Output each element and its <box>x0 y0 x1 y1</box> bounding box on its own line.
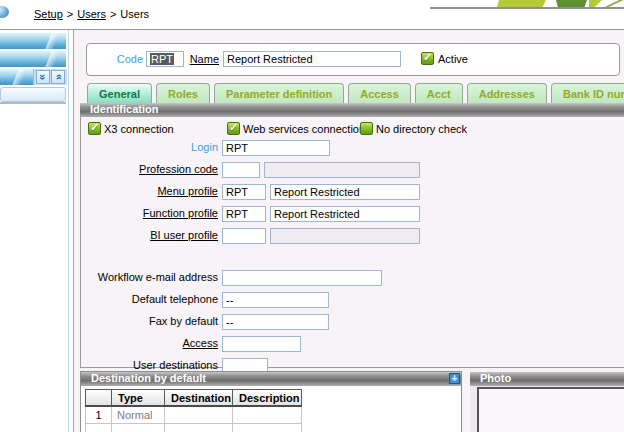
breadcrumb-bar: Setup>Users>Users <box>0 0 624 30</box>
workflow-email-field[interactable] <box>222 270 382 286</box>
grid-column-destination: Destination <box>165 389 233 407</box>
name-label-link[interactable]: Name <box>190 53 219 65</box>
sage-logo-shape-light <box>497 0 546 7</box>
login-field[interactable]: RPT <box>222 140 330 156</box>
breadcrumb-separator: > <box>110 8 116 20</box>
breadcrumb-users-link[interactable]: Users <box>77 8 106 20</box>
sage-logo-shape-dark <box>556 0 587 7</box>
sidebar-divider <box>68 30 69 432</box>
sidebar-group-bar[interactable] <box>0 87 66 102</box>
menu-profile-link[interactable]: Menu profile <box>157 185 218 197</box>
grid-column-type: Type <box>112 389 165 407</box>
double-chevron-up-icon: » <box>52 74 64 80</box>
destination-cell[interactable] <box>165 424 233 432</box>
sidebar-shadow <box>0 102 66 104</box>
row-number-cell <box>85 424 112 432</box>
logo-underline <box>430 7 624 9</box>
sidebar-menu-bar-2[interactable] <box>0 51 66 67</box>
workflow-email-label: Workflow e-mail address <box>86 270 218 286</box>
default-telephone-field[interactable]: -- <box>222 292 329 308</box>
breadcrumb: Setup>Users>Users <box>34 8 149 20</box>
check-icon: ✓ <box>229 121 238 134</box>
add-icon: + <box>452 373 458 384</box>
destination-panel-header: Destination by default <box>81 372 461 386</box>
login-label: Login <box>86 140 218 156</box>
menu-profile-field[interactable]: RPT <box>222 184 266 200</box>
grid-corner-header <box>85 389 112 407</box>
destination-cell[interactable] <box>165 407 233 424</box>
description-cell[interactable] <box>233 407 302 424</box>
fax-by-default-field[interactable]: -- <box>222 314 329 330</box>
description-cell[interactable] <box>233 424 302 432</box>
app-window: Setup>Users>Users » » Code RPT Name Repo… <box>0 0 624 432</box>
sidebar-menu-bar-1[interactable] <box>0 33 66 49</box>
web-services-checkbox[interactable]: ✓ <box>227 122 240 135</box>
tab-addresses[interactable]: Addresses <box>467 83 547 103</box>
name-label: Name <box>165 52 219 68</box>
function-profile-field[interactable]: RPT <box>222 206 266 222</box>
function-icon <box>0 6 9 18</box>
access-field[interactable] <box>222 336 301 352</box>
check-icon: ✓ <box>423 51 432 64</box>
row-number-cell: 1 <box>85 407 112 424</box>
breadcrumb-current: Users <box>120 8 149 20</box>
photo-placeholder <box>477 387 624 432</box>
sidebar-menu-bar-3[interactable] <box>0 69 33 85</box>
function-profile-description: Report Restricted <box>270 206 420 222</box>
bi-user-profile-description <box>270 228 420 244</box>
access-label: Access <box>86 336 218 352</box>
grid-column-description: Description <box>233 389 302 407</box>
profession-code-description <box>264 162 420 178</box>
breadcrumb-separator: > <box>67 8 73 20</box>
profession-code-field[interactable] <box>222 162 260 178</box>
code-label: Code <box>95 52 143 68</box>
breadcrumb-setup-link[interactable]: Setup <box>34 8 63 20</box>
x3-connection-label: X3 connection <box>104 122 214 138</box>
record-header-box: Code RPT Name Report Restricted ✓ Active <box>86 43 620 76</box>
function-profile-link[interactable]: Function profile <box>143 207 218 219</box>
tab-roles[interactable]: Roles <box>156 83 210 103</box>
bi-user-profile-link[interactable]: BI user profile <box>150 229 218 241</box>
type-cell[interactable] <box>112 424 165 432</box>
fax-by-default-label: Fax by default <box>86 314 218 330</box>
tab-bank-id-number[interactable]: Bank ID number <box>551 83 624 103</box>
expand-all-button[interactable]: » <box>51 70 65 84</box>
no-directory-label: No directory check <box>376 122 486 138</box>
name-field[interactable]: Report Restricted <box>223 51 401 67</box>
sage-logo-shape-small <box>589 0 602 7</box>
tab-acct[interactable]: Acct <box>415 83 463 103</box>
x3-connection-checkbox[interactable]: ✓ <box>88 122 101 135</box>
collapse-all-button[interactable]: » <box>36 70 50 84</box>
sidebar-toolbar: » » <box>33 69 67 85</box>
tab-parameter-definition[interactable]: Parameter definition <box>214 83 344 103</box>
tab-strip: General Roles Parameter definition Acces… <box>87 83 624 103</box>
profession-code-label: Profession code <box>86 162 218 178</box>
access-link[interactable]: Access <box>183 337 218 349</box>
tab-access[interactable]: Access <box>348 83 411 103</box>
tab-general[interactable]: General <box>87 83 152 103</box>
identification-section-header: Identification <box>80 103 624 117</box>
check-icon: ✓ <box>90 121 99 134</box>
function-profile-label: Function profile <box>86 206 218 222</box>
photo-panel-header: Photo <box>470 372 624 386</box>
active-label: Active <box>438 52 498 68</box>
menu-profile-label: Menu profile <box>86 184 218 200</box>
add-row-button[interactable]: + <box>449 373 460 384</box>
menu-profile-description: Report Restricted <box>270 184 420 200</box>
no-directory-checkbox[interactable] <box>360 122 373 135</box>
bi-user-profile-label: BI user profile <box>86 228 218 244</box>
type-cell[interactable]: Normal <box>112 407 165 424</box>
default-telephone-label: Default telephone <box>86 292 218 308</box>
double-chevron-down-icon: » <box>37 74 49 80</box>
profession-code-link[interactable]: Profession code <box>139 163 218 175</box>
bi-user-profile-field[interactable] <box>222 228 266 244</box>
active-checkbox[interactable]: ✓ <box>421 52 434 65</box>
